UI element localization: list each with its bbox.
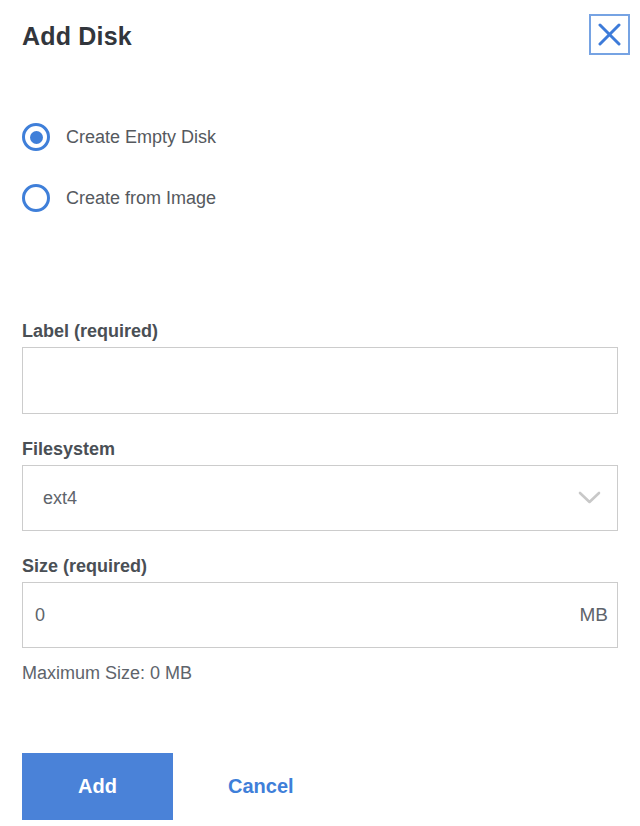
add-disk-drawer: Add Disk Create Empty Disk Create from I… [0, 0, 640, 826]
action-bar: Add Cancel [22, 753, 618, 820]
close-button[interactable] [589, 14, 630, 55]
size-input-wrapper: MB [22, 582, 618, 648]
radio-create-empty-disk[interactable]: Create Empty Disk [22, 123, 618, 151]
size-unit-suffix: MB [580, 604, 609, 626]
max-size-helper: Maximum Size: 0 MB [22, 663, 618, 684]
label-field-label: Label (required) [22, 320, 618, 342]
add-button[interactable]: Add [22, 753, 173, 820]
filesystem-select[interactable]: ext4 [22, 465, 618, 531]
filesystem-selected-value: ext4 [43, 488, 77, 509]
radio-selected-icon [22, 123, 50, 151]
size-field: Size (required) MB Maximum Size: 0 MB [22, 555, 618, 684]
drawer-header: Add Disk [22, 20, 618, 54]
radio-create-from-image[interactable]: Create from Image [22, 184, 618, 212]
page-title: Add Disk [22, 20, 618, 52]
form-fields: Label (required) Filesystem ext4 Size (r… [22, 320, 618, 684]
radio-unselected-icon [22, 184, 50, 212]
filesystem-field: Filesystem ext4 [22, 438, 618, 531]
close-icon [598, 23, 621, 46]
radio-label: Create from Image [66, 188, 216, 209]
disk-mode-radio-group: Create Empty Disk Create from Image [22, 123, 618, 212]
radio-label: Create Empty Disk [66, 127, 216, 148]
cancel-button[interactable]: Cancel [228, 775, 294, 798]
filesystem-field-label: Filesystem [22, 438, 618, 460]
size-field-label: Size (required) [22, 555, 618, 577]
label-input[interactable] [22, 347, 618, 414]
size-input[interactable] [22, 582, 618, 648]
label-field: Label (required) [22, 320, 618, 414]
chevron-down-icon [578, 491, 601, 505]
